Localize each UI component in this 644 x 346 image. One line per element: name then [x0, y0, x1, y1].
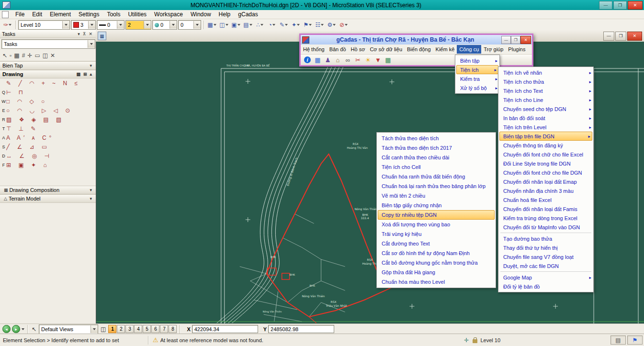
menu-item[interactable]: Đổi Line Style trong file DGN [498, 159, 593, 168]
menu-item[interactable]: Cắt canh thửa theo chiều dài [377, 153, 496, 162]
combo-caret-icon[interactable] [88, 21, 95, 29]
menu-item[interactable]: Tiện ích ▸ [456, 65, 498, 74]
view-toggle-button[interactable]: 6 [151, 325, 159, 333]
menu-item[interactable]: Chuyển thông tin đăng ký [498, 141, 593, 150]
menu-item[interactable]: In bản đồ đối soát ▸ [498, 113, 593, 123]
view-toggle-button[interactable]: 3 [125, 325, 134, 333]
y-coordinate-field[interactable]: 2485082.98 [268, 325, 334, 333]
chevron-down-icon[interactable]: ▾ [76, 32, 81, 36]
section-bien-tap[interactable]: Bien Tap ▾ [0, 61, 96, 70]
delete-icon[interactable]: ✕ [50, 52, 55, 59]
menu-item[interactable]: Chuẩn hóa màu theo Level [377, 277, 496, 287]
models-icon[interactable]: ▦ [14, 52, 19, 59]
menu-item[interactable]: Google Map ▸ [498, 273, 593, 282]
settings-icon[interactable]: ⚙ [326, 20, 337, 30]
tool-icons[interactable]: ▨ ❖ ◈ ▤ ▧ [6, 116, 64, 123]
tasks-combo[interactable]: Tasks [1, 39, 95, 49]
gcadas-menu-item[interactable]: Bản đồ [327, 45, 349, 54]
view-minimize-button[interactable]: — [603, 32, 614, 41]
point-cloud-icon[interactable]: ∴ [254, 20, 265, 30]
menu-item[interactable]: Đổi tỷ lệ bản đồ [498, 282, 593, 291]
menu-item[interactable]: Biên tập ▸ [455, 56, 499, 65]
copy-icon[interactable]: ▭ [34, 52, 40, 59]
section-drawing-composition[interactable]: ▦ Drawing Composition ▾ [0, 186, 96, 194]
tool-icons[interactable]: ✎ ╱ ◠ + ~ N ≤ [6, 80, 80, 87]
view-toggle-button[interactable]: 7 [160, 325, 168, 333]
gcadas-menu-item[interactable]: Hệ thống [301, 45, 327, 54]
menu-item[interactable]: Copy từ nhiều tệp DGN [378, 210, 495, 220]
dialog-toggle-icon[interactable]: ▤ [610, 335, 626, 345]
view-toggle-button[interactable]: 1 [108, 325, 116, 333]
menu-item[interactable]: Chuyển đổi font chữ cho file DGN [498, 168, 593, 177]
close-button[interactable]: ✕ [628, 1, 643, 10]
menu-item[interactable]: Chuyển đổi nhãn loại đất Famis [498, 204, 593, 213]
menu-item[interactable]: Xoá đối tượng theo vùng bao [377, 220, 496, 229]
primary-tools-icon[interactable]: ▦ [206, 20, 217, 30]
view-next-button[interactable]: ▸ [12, 325, 20, 333]
section-drawing[interactable]: Drawing ▤ ⊞ ▴ [0, 70, 96, 78]
filter-icon[interactable]: ▼ [374, 56, 382, 64]
active-level-combo[interactable]: Level 10 [18, 20, 70, 30]
combo-caret-icon[interactable] [88, 40, 95, 48]
menu-item[interactable]: Tiện ích cho Text ▸ [498, 86, 593, 95]
combo-caret-icon[interactable] [90, 325, 98, 333]
pointer-icon[interactable]: ↖ [31, 326, 37, 333]
element-priority-combo[interactable]: 0 [178, 20, 201, 30]
view-toggle-button[interactable]: 2 [117, 325, 125, 333]
element-selection-icon[interactable]: ↖ [2, 52, 7, 59]
active-element-attributes-button[interactable]: ✑ [2, 20, 13, 30]
menubar-item[interactable]: Tools [103, 11, 124, 18]
active-line-style-combo[interactable]: 0 [97, 20, 124, 30]
menubar-item[interactable]: Workspace [150, 11, 187, 18]
gcadas-menu-item[interactable]: Cơ sở dữ liệu [367, 45, 405, 54]
bulb-icon[interactable]: ☀ [364, 56, 372, 64]
menu-item[interactable]: Chuyển đổi từ MapInfo vào DGN [498, 223, 593, 232]
x-coordinate-field[interactable]: 422094.34 [192, 325, 258, 333]
markup-icon[interactable]: ✎ [278, 20, 289, 30]
view-restore-button[interactable]: ❐ [615, 32, 626, 41]
combo-caret-icon[interactable] [169, 21, 177, 29]
glasses-icon[interactable]: ∞ [344, 56, 352, 64]
menu-item[interactable]: Chuyển đổi font chữ cho file Excel [498, 150, 593, 159]
gcadas-maximize-button[interactable]: ❐ [511, 36, 520, 44]
tasks-panel-titlebar[interactable]: Tasks ▾ ⊼ ✕ [0, 30, 96, 38]
menu-item[interactable]: Chuẩn hóa ranh thửa đất biến động [377, 172, 496, 181]
view-toggle-button[interactable]: 8 [169, 325, 177, 333]
menubar-item[interactable]: gCadas [234, 11, 261, 18]
gcadas-minimize-button[interactable]: — [501, 36, 511, 44]
menu-item[interactable]: Tiện ích cho Cell [377, 162, 496, 172]
view-group-icon[interactable]: ◫ [100, 326, 107, 333]
lock-icon[interactable] [473, 339, 477, 343]
combo-caret-icon[interactable] [144, 21, 151, 29]
menu-item[interactable]: Kiểm tra ▸ [455, 74, 499, 83]
combo-caret-icon[interactable] [117, 21, 124, 29]
menu-item[interactable]: Cắt bỏ đường khung gốc nằm trong thửa [377, 258, 496, 268]
tool-icons[interactable]: ⊤ ⊥ ✎ [6, 125, 39, 132]
styles-icon[interactable]: ✦ [290, 20, 301, 30]
view-toggle-button[interactable]: 4 [134, 325, 142, 333]
menubar-item[interactable]: Window [187, 11, 215, 18]
menu-item[interactable]: Tạo đường bao thửa [498, 234, 593, 243]
combo-caret-icon[interactable] [62, 21, 69, 29]
tool-icons[interactable]: □ ◠ ◇ ○ [6, 98, 47, 105]
gcadas-titlebar[interactable]: gCadas - Thị trấn Chợ Rã - Huyện Ba Bể -… [301, 35, 532, 45]
grid-icon[interactable]: # [22, 52, 25, 59]
move-icon[interactable]: ✛ [27, 52, 32, 59]
info-icon[interactable]: i [304, 56, 311, 63]
menu-item[interactable]: Xử lý số bộ ▸ [455, 83, 499, 92]
tables-icon[interactable]: ☷ [314, 20, 325, 30]
flag-icon[interactable]: ⚑ [302, 20, 313, 30]
menu-item[interactable]: Tiện ích vẽ nhãn ▸ [498, 68, 593, 77]
active-color-combo[interactable]: 3 [71, 20, 96, 30]
flag-status-icon[interactable]: ⚑ [627, 335, 643, 345]
view-previous-button[interactable]: ◂ [2, 325, 11, 333]
menubar-item[interactable]: File [11, 11, 28, 18]
tool-icons[interactable]: ⊞ ▣ ✦ ⌂ [6, 162, 50, 168]
menu-item[interactable]: Biên tập giấy chứng nhận [377, 201, 496, 210]
tool-icons[interactable]: ○ ◠ ◡ ▷ ◁ ⊙ [6, 107, 73, 114]
gcadas-menu-item[interactable]: Plugins [506, 45, 528, 54]
menubar-item[interactable]: Edit [28, 11, 46, 18]
grid-view-icon[interactable]: ⊞ [82, 72, 89, 77]
menu-item[interactable]: Cắt sơ đồ hình thể tự động Nam Định [377, 248, 496, 258]
grid-table-icon[interactable]: ▦ [384, 56, 392, 64]
